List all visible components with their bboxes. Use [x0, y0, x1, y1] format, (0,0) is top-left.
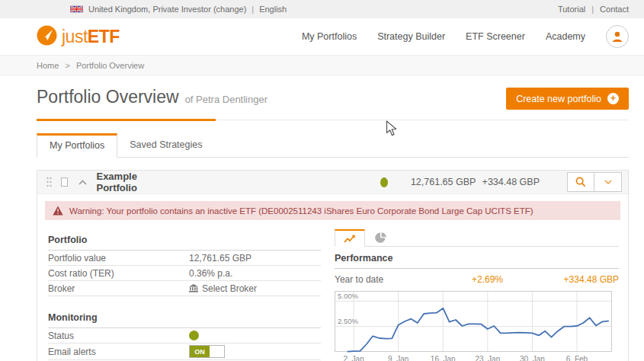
svg-text:2.50%: 2.50% — [338, 317, 358, 325]
portfolio-total-gain: +334.48 GBP — [476, 177, 540, 187]
portfolio-total-value: 12,761.65 GBP — [388, 177, 476, 187]
logo-text-etf: ETF — [88, 27, 120, 46]
cost-ratio-value: 0.36% p.a. — [189, 268, 232, 279]
broker-row: Broker Select Broker — [48, 281, 321, 296]
region-change-link[interactable]: (change) — [213, 5, 246, 14]
nav-etf-screener[interactable]: ETF Screener — [466, 31, 525, 42]
nav-strategy-builder[interactable]: Strategy Builder — [377, 31, 445, 42]
performance-title: Performance — [335, 247, 619, 269]
warning-banner: Warning: Your portfolio contains an inac… — [45, 201, 620, 220]
justetf-logo[interactable]: justETF — [37, 25, 120, 49]
breadcrumb-home[interactable]: Home — [37, 61, 59, 70]
portfolio-actions-button[interactable] — [594, 172, 622, 192]
create-button-label: Create new portfolio — [516, 94, 601, 104]
account-avatar-button[interactable] — [606, 25, 629, 48]
portfolio-section-title: Portfolio — [48, 229, 321, 251]
portfolio-value: 12,761.65 GBP — [189, 253, 252, 264]
portfolio-card: Example Portfolio 12,761.65 GBP +334.48 … — [37, 170, 629, 361]
user-icon — [611, 30, 623, 43]
warning-text: Warning: Your portfolio contains an inac… — [69, 206, 533, 216]
tab-allocation-pie[interactable] — [365, 229, 396, 246]
topbar: United Kingdom, Private Investor (change… — [0, 0, 644, 18]
region-label: United Kingdom, Private Investor — [88, 5, 211, 14]
portfolio-value-label: Portfolio value — [48, 253, 189, 264]
breadcrumb-separator: > — [65, 61, 69, 70]
svg-text:30. Jan: 30. Jan — [520, 355, 545, 361]
svg-text:5.00%: 5.00% — [338, 292, 358, 300]
collapse-chevron-icon[interactable] — [78, 180, 87, 185]
status-label: Status — [48, 331, 189, 341]
cost-ratio-row: Cost ratio (TER) 0.36% p.a. — [48, 266, 321, 281]
svg-text:6. Feb: 6. Feb — [566, 355, 588, 361]
portfolio-checkbox[interactable] — [61, 177, 68, 187]
status-row: Status — [48, 328, 321, 343]
monitoring-section-title: Monitoring — [48, 307, 321, 328]
portfolio-tabs: My Portfolios Saved Strategies — [37, 133, 629, 158]
svg-text:2. Jan: 2. Jan — [343, 355, 364, 361]
nav-my-portfolios[interactable]: My Portfolios — [302, 31, 357, 42]
search-icon — [575, 177, 586, 187]
contact-link[interactable]: Contact — [600, 5, 629, 14]
tutorial-link[interactable]: Tutorial — [558, 5, 585, 14]
breadcrumb-current: Portfolio Overview — [76, 61, 144, 70]
main-nav: My Portfolios Strategy Builder ETF Scree… — [302, 25, 629, 48]
chart-view-tabs — [335, 229, 619, 247]
pie-chart-icon — [375, 232, 386, 244]
select-broker-link[interactable]: Select Broker — [189, 283, 257, 294]
ytd-percent: +2.69% — [412, 274, 503, 285]
year-to-date-row: Year to date +2.69% +334.48 GBP — [335, 269, 619, 291]
ytd-gain: +334.48 GBP — [503, 274, 619, 285]
logo-icon — [37, 25, 57, 49]
ytd-label: Year to date — [335, 274, 412, 285]
language-selector[interactable]: English — [259, 5, 287, 14]
page-subtitle: of Petra Dentlinger — [185, 94, 268, 105]
region-selector[interactable]: United Kingdom, Private Investor (change… — [88, 5, 246, 14]
svg-text:9. Jan: 9. Jan — [388, 355, 409, 361]
create-new-portfolio-button[interactable]: Create new portfolio + — [506, 88, 629, 110]
portfolio-status-dot — [380, 177, 388, 187]
email-alerts-row: Email alerts ON — [48, 343, 321, 360]
svg-text:23. Jan: 23. Jan — [475, 355, 500, 361]
zoom-portfolio-button[interactable] — [567, 172, 594, 192]
tab-my-portfolios[interactable]: My Portfolios — [37, 133, 117, 158]
tab-saved-strategies[interactable]: Saved Strategies — [117, 133, 214, 157]
broker-label: Broker — [48, 283, 189, 294]
nav-academy[interactable]: Academy — [546, 31, 585, 42]
uk-flag-icon — [70, 5, 83, 13]
svg-text:16. Jan: 16. Jan — [431, 355, 456, 361]
status-dot — [189, 331, 199, 340]
breadcrumb: Home > Portfolio Overview — [0, 55, 644, 75]
plus-icon: + — [607, 93, 619, 104]
email-alerts-toggle[interactable]: ON — [189, 345, 225, 358]
portfolio-name[interactable]: Example Portfolio — [96, 171, 159, 193]
email-alerts-label: Email alerts — [48, 347, 189, 357]
topbar-separator-2: | — [591, 5, 594, 14]
portfolio-value-row: Portfolio value 12,761.65 GBP — [48, 251, 321, 266]
cost-ratio-label: Cost ratio (TER) — [48, 268, 189, 279]
chevron-down-icon — [604, 180, 612, 184]
warning-icon — [53, 206, 63, 216]
page-title: Portfolio Overview — [37, 88, 179, 107]
select-broker-label: Select Broker — [202, 283, 257, 294]
main-header: justETF My Portfolios Strategy Builder E… — [0, 18, 644, 55]
tab-performance-chart[interactable] — [335, 229, 365, 247]
logo-text-just: just — [62, 27, 88, 46]
bank-icon — [189, 284, 198, 292]
portfolio-card-header: Example Portfolio 12,761.65 GBP +334.48 … — [37, 171, 628, 194]
title-underline — [37, 119, 216, 121]
line-chart-icon — [344, 234, 356, 244]
topbar-separator: | — [252, 5, 254, 14]
performance-chart[interactable]: 2. Jan9. Jan16. Jan23. Jan30. Jan6. Feb2… — [335, 291, 619, 361]
toggle-on-label: ON — [190, 346, 210, 357]
drag-handle-icon[interactable] — [46, 177, 52, 187]
